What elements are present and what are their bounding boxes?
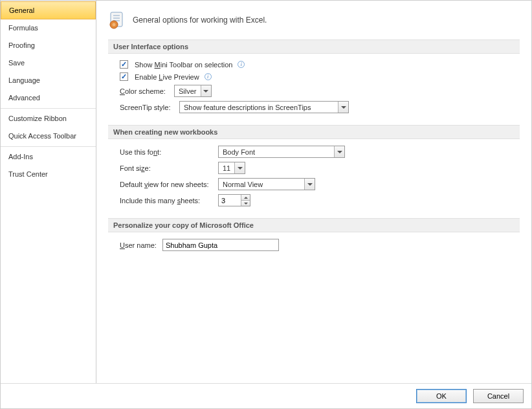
sidebar-item-label: Trust Center [8,170,48,178]
options-sidebar: General Formulas Proofing Save Language … [1,1,96,383]
general-options-icon [108,11,126,29]
cancel-button[interactable]: Cancel [473,389,524,403]
label-color-scheme: Color scheme: [120,87,170,95]
sidebar-item-quick-access[interactable]: Quick Access Toolbar [1,127,96,145]
sidebar-item-label: Advanced [8,94,40,102]
spinner-sheet-count[interactable] [218,194,250,206]
checkbox-live-preview[interactable] [120,72,128,81]
sidebar-item-formulas[interactable]: Formulas [1,19,96,37]
section-body-ui: Show Mini Toolbar on selection i Enable … [108,60,520,121]
spinner-down[interactable] [241,201,250,206]
sidebar-item-label: Add-Ins [8,153,33,160]
sidebar-item-trust-center[interactable]: Trust Center [1,166,96,183]
spinner-input[interactable] [219,195,241,206]
chevron-down-icon [304,179,315,190]
select-font[interactable]: Body Font [218,146,345,158]
select-value: 11 [219,164,234,172]
sidebar-item-label: Customize Ribbon [8,115,67,122]
main-area: General Formulas Proofing Save Language … [1,1,531,383]
section-header-ui: User Interface options [108,39,520,54]
label-use-font: Use this font: [120,148,214,156]
label-mini-toolbar: Show Mini Toolbar on selection [135,61,232,69]
sidebar-item-label: Formulas [8,24,38,32]
section-body-personalize: User name: [108,239,520,259]
label-user-name: User name: [120,241,159,249]
sidebar-item-label: Proofing [8,41,35,49]
spinner-up[interactable] [241,195,250,201]
sidebar-item-label: Save [8,59,25,67]
select-value: Body Font [219,148,259,156]
label-sheet-count: Include this many sheets: [120,197,214,204]
checkbox-mini-toolbar[interactable] [120,60,128,69]
chevron-down-icon [234,162,245,173]
ok-button[interactable]: OK [416,389,467,403]
sidebar-item-language[interactable]: Language [1,72,96,89]
select-screentip-style[interactable]: Show feature descriptions in ScreenTips [179,101,349,113]
section-body-newwb: Use this font: Body Font Font size: 11 D… [108,146,520,214]
select-value: Silver [175,87,201,95]
sidebar-item-save[interactable]: Save [1,54,96,72]
sidebar-item-label: Quick Access Toolbar [8,132,76,140]
spinner-buttons [241,195,250,206]
chevron-down-icon [338,102,348,113]
input-user-name[interactable] [162,239,279,251]
select-default-view[interactable]: Normal View [218,178,315,190]
select-value: Normal View [219,181,267,188]
sidebar-item-proofing[interactable]: Proofing [1,37,96,54]
info-icon[interactable]: i [205,73,212,80]
dialog-footer: OK Cancel [1,383,531,408]
svg-point-5 [113,23,116,27]
page-header: General options for working with Excel. [108,11,520,36]
select-font-size[interactable]: 11 [218,162,245,174]
info-icon[interactable]: i [238,61,245,68]
chevron-down-icon [334,146,344,157]
section-header-personalize: Personalize your copy of Microsoft Offic… [108,218,520,232]
sidebar-item-label: General [9,6,34,14]
select-value: Show feature descriptions in ScreenTips [180,104,315,111]
sidebar-item-addins[interactable]: Add-Ins [1,148,96,166]
label-screentip: ScreenTip style: [120,104,175,111]
sidebar-item-general[interactable]: General [1,1,96,19]
sidebar-separator [1,108,96,109]
label-font-size: Font size: [120,164,214,172]
sidebar-separator [1,146,96,147]
sidebar-item-label: Language [8,76,40,84]
page-title: General options for working with Excel. [133,16,267,25]
label-default-view: Default view for new sheets: [120,181,214,188]
sidebar-item-customize-ribbon[interactable]: Customize Ribbon [1,110,96,127]
sidebar-item-advanced[interactable]: Advanced [1,89,96,107]
content-panel: General options for working with Excel. … [96,1,531,383]
section-header-newwb: When creating new workbooks [108,125,520,139]
chevron-down-icon [201,85,211,96]
label-live-preview: Enable Live Preview [135,73,199,81]
select-color-scheme[interactable]: Silver [174,85,212,97]
excel-options-dialog: General Formulas Proofing Save Language … [0,0,532,409]
